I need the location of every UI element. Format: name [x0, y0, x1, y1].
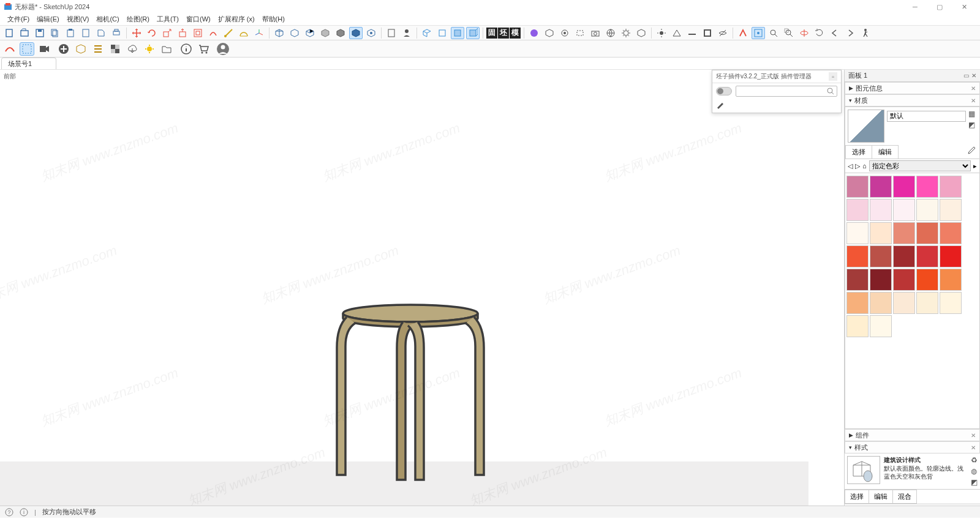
- print-icon[interactable]: [110, 27, 123, 39]
- list-icon[interactable]: [91, 42, 105, 56]
- top-view-icon[interactable]: [435, 27, 449, 39]
- color-swatch[interactable]: [870, 292, 892, 314]
- cube-export-icon[interactable]: [635, 27, 648, 39]
- material-tab-select[interactable]: 选择: [845, 145, 872, 159]
- color-swatch[interactable]: [846, 222, 869, 244]
- cube4-icon[interactable]: [318, 27, 332, 39]
- red-tool-icon[interactable]: [736, 27, 750, 39]
- style-menu-icon[interactable]: ◩: [971, 478, 978, 487]
- plugin-logo-icon[interactable]: [2, 42, 17, 56]
- color-swatch[interactable]: [916, 176, 938, 198]
- color-swatch[interactable]: [846, 315, 869, 337]
- color-swatch[interactable]: [846, 245, 869, 267]
- style-update-icon[interactable]: ♻: [971, 456, 978, 465]
- color-swatch[interactable]: [846, 269, 869, 291]
- color-swatch[interactable]: [940, 292, 962, 314]
- viewport[interactable]: 前部 知末网 www.znzmo.com 知末网 www.znzmo.com 知…: [0, 70, 980, 518]
- panel-close-icon[interactable]: ✕: [971, 432, 976, 439]
- zoom-extents-icon[interactable]: [767, 27, 780, 39]
- info-circle-icon[interactable]: i: [20, 508, 28, 517]
- gear-icon[interactable]: [619, 27, 633, 39]
- record-icon[interactable]: [558, 27, 571, 39]
- iso-icon[interactable]: [420, 27, 434, 39]
- cube6-icon[interactable]: [349, 27, 363, 39]
- walk-icon[interactable]: [859, 27, 872, 39]
- color-swatch[interactable]: [940, 222, 962, 244]
- color-swatch[interactable]: [940, 245, 962, 267]
- tray-titlebar[interactable]: 面板 1 ▭✕: [845, 70, 980, 82]
- folder-icon[interactable]: [159, 42, 174, 56]
- horizon-icon[interactable]: [685, 27, 699, 39]
- cube-nav-icon[interactable]: [74, 42, 88, 56]
- color-swatch[interactable]: [846, 176, 869, 198]
- pushpull-icon[interactable]: [176, 27, 189, 39]
- cloud-download-icon[interactable]: [125, 42, 140, 56]
- nav-back-icon[interactable]: ◁: [848, 162, 853, 170]
- camera-icon[interactable]: [589, 27, 602, 39]
- color-swatch[interactable]: [870, 176, 892, 198]
- plugin-toggle[interactable]: [716, 87, 732, 95]
- menu-view[interactable]: 视图(V): [63, 13, 93, 25]
- color-swatch[interactable]: [893, 222, 915, 244]
- cube1-icon[interactable]: [273, 27, 286, 39]
- material-name-input[interactable]: [887, 111, 966, 122]
- color-swatch[interactable]: [916, 222, 938, 244]
- next-view-icon[interactable]: [843, 27, 857, 39]
- rect-dash-icon[interactable]: [573, 27, 587, 39]
- followme-icon[interactable]: [206, 27, 220, 39]
- color-swatch[interactable]: [870, 222, 892, 244]
- clipboard-icon[interactable]: [79, 27, 92, 39]
- material-tab-edit[interactable]: 编辑: [872, 145, 899, 159]
- close-button[interactable]: ✕: [952, 0, 976, 13]
- side-view-icon[interactable]: [466, 27, 480, 39]
- panel-close-icon[interactable]: ✕: [971, 444, 976, 451]
- panel-components-header[interactable]: ▶ 组件 ✕: [845, 429, 980, 441]
- panel-materials-header[interactable]: ▾ 材质 ✕: [845, 94, 980, 106]
- plugin-close-icon[interactable]: ▫: [829, 72, 837, 81]
- globe-icon[interactable]: [604, 27, 617, 39]
- eye-off-icon[interactable]: [716, 27, 729, 39]
- material-create-icon[interactable]: ▦: [968, 110, 977, 118]
- library-menu-icon[interactable]: ▸: [973, 162, 977, 170]
- color-swatch[interactable]: [893, 199, 915, 221]
- menu-window[interactable]: 窗口(W): [183, 13, 214, 25]
- material-default-icon[interactable]: ◩: [968, 121, 977, 129]
- brush-icon[interactable]: [716, 100, 837, 109]
- color-swatch[interactable]: [940, 199, 962, 221]
- square-outline-icon[interactable]: [701, 27, 714, 39]
- scale-icon[interactable]: [160, 27, 174, 39]
- color-swatch[interactable]: [893, 292, 915, 314]
- panel-entity-info-header[interactable]: ▶ 图元信息 ✕: [845, 82, 980, 94]
- open-icon[interactable]: [18, 27, 31, 39]
- target-active-icon[interactable]: [752, 27, 765, 39]
- eyedropper-icon[interactable]: [963, 145, 979, 159]
- box-outline-icon[interactable]: [543, 27, 556, 39]
- cube7-icon[interactable]: [364, 27, 378, 39]
- gear-color-icon[interactable]: [142, 42, 157, 56]
- color-swatch[interactable]: [870, 245, 892, 267]
- menu-camera[interactable]: 相机(C): [92, 13, 123, 25]
- menu-extensions[interactable]: 扩展程序 (x): [214, 13, 258, 25]
- checker-icon[interactable]: [108, 42, 123, 56]
- zoom-window-icon[interactable]: [782, 27, 796, 39]
- menu-file[interactable]: 文件(F): [4, 13, 33, 25]
- copy-icon[interactable]: [48, 27, 62, 39]
- export-icon[interactable]: [94, 27, 108, 39]
- home-icon[interactable]: ⌂: [862, 162, 867, 170]
- style-new-icon[interactable]: ◍: [971, 467, 978, 476]
- color-swatch[interactable]: [870, 269, 892, 291]
- nav-fwd-icon[interactable]: ▷: [855, 162, 860, 170]
- cube2-icon[interactable]: [288, 27, 301, 39]
- axes-icon[interactable]: [252, 27, 266, 39]
- orbit-x-icon[interactable]: [797, 27, 811, 39]
- plugin-search-input[interactable]: [739, 88, 827, 95]
- cube3-icon[interactable]: [303, 27, 317, 39]
- color-swatch[interactable]: [893, 176, 915, 198]
- color-swatch[interactable]: [916, 292, 938, 314]
- front-view-icon[interactable]: [451, 27, 464, 39]
- color-swatch[interactable]: [893, 269, 915, 291]
- material-library-select[interactable]: 指定色彩: [869, 160, 971, 171]
- minimize-button[interactable]: ─: [903, 0, 927, 13]
- maximize-button[interactable]: ▢: [927, 0, 952, 13]
- panel-close-icon[interactable]: ✕: [971, 97, 976, 104]
